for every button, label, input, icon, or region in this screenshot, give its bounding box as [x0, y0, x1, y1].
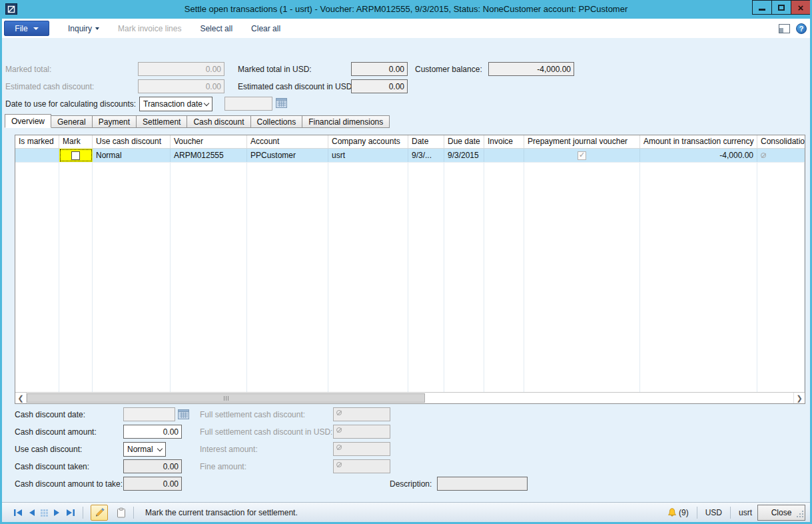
col-consolidation[interactable]: Consolidatio	[757, 135, 805, 148]
cell-amount-transaction-currency[interactable]: -4,000.00	[640, 149, 757, 162]
edit-record-button[interactable]	[91, 505, 108, 521]
window-title: Settle open transactions (1 - usrt) - Vo…	[0, 0, 812, 19]
full-settlement-label: Full settlement cash discount:	[200, 410, 305, 419]
help-icon[interactable]: ?	[796, 23, 807, 34]
last-record-button[interactable]	[66, 509, 75, 517]
tab-financial-dimensions[interactable]: Financial dimensions	[302, 115, 390, 128]
notifications-bell-icon[interactable]	[667, 507, 677, 518]
cash-discount-taken-label: Cash discount taken:	[15, 462, 89, 471]
separator	[83, 507, 83, 519]
next-record-button[interactable]	[53, 509, 61, 517]
estimated-cash-discount-usd-field: 0.00	[351, 79, 408, 93]
tab-strip: Overview General Payment Settlement Cash…	[5, 114, 390, 128]
col-is-marked[interactable]: Is marked	[15, 135, 59, 148]
company-indicator[interactable]: usrt	[739, 508, 752, 517]
tab-general[interactable]: General	[51, 115, 93, 128]
cell-company-accounts[interactable]: usrt	[328, 149, 408, 162]
minimize-icon	[759, 9, 765, 11]
fine-amount-label: Fine amount:	[200, 462, 246, 471]
customer-balance-field: -4,000.00	[488, 62, 574, 76]
title-bar: Settle open transactions (1 - usrt) - Vo…	[0, 0, 812, 19]
settle-open-transactions-window: Settle open transactions (1 - usrt) - Vo…	[0, 0, 812, 524]
full-settlement-field	[333, 407, 390, 421]
mark-checkbox[interactable]	[71, 151, 80, 160]
estimated-cash-discount-field: 0.00	[138, 79, 224, 93]
col-account[interactable]: Account	[247, 135, 328, 148]
tab-settlement[interactable]: Settlement	[136, 115, 187, 128]
col-voucher[interactable]: Voucher	[171, 135, 247, 148]
chevron-down-icon	[157, 445, 163, 451]
tab-collections[interactable]: Collections	[250, 115, 303, 128]
menu-clear-all[interactable]: Clear all	[251, 24, 280, 33]
cell-prepayment-journal-voucher: ✓	[524, 149, 640, 162]
full-settlement-usd-label: Full settlement cash discount in USD:	[200, 427, 332, 437]
discount-date-input[interactable]	[224, 97, 272, 111]
not-available-icon	[336, 410, 342, 415]
hscroll-right-button[interactable]: ❯	[793, 393, 805, 403]
marked-total-usd-field: 0.00	[351, 62, 408, 76]
cell-date[interactable]: 9/3/...	[408, 149, 444, 162]
chevron-down-icon	[204, 100, 209, 105]
transaction-row[interactable]: Normal ARPM012555 PPCustomer usrt 9/3/..…	[15, 149, 805, 163]
status-bar: Mark the current transaction for settlem…	[0, 502, 812, 522]
paste-icon[interactable]	[117, 507, 126, 518]
interest-amount-field	[333, 442, 390, 456]
cash-discount-date-field	[123, 407, 175, 421]
menu-select-all[interactable]: Select all	[200, 24, 232, 33]
marked-total-usd-label: Marked total in USD:	[238, 65, 312, 74]
transactions-grid: Is marked Mark Use cash discount Voucher…	[15, 135, 805, 404]
hscroll-left-button[interactable]: ❮	[15, 393, 27, 403]
calendar-icon[interactable]	[178, 409, 189, 419]
tab-payment[interactable]: Payment	[92, 115, 137, 128]
description-field	[437, 477, 528, 491]
cell-use-cash-discount[interactable]: Normal	[93, 149, 171, 162]
cell-due-date[interactable]: 9/3/2015	[444, 149, 484, 162]
col-invoice[interactable]: Invoice	[484, 135, 524, 148]
interest-amount-label: Interest amount:	[200, 445, 258, 454]
calendar-icon[interactable]	[276, 97, 287, 108]
close-window-button[interactable]: ×	[791, 0, 811, 15]
col-use-cash-discount[interactable]: Use cash discount	[93, 135, 171, 148]
tab-overview[interactable]: Overview	[5, 114, 51, 128]
horizontal-scrollbar: ❮ ❯	[15, 392, 805, 403]
close-icon: ×	[798, 3, 804, 13]
date-to-use-selected-value: Transaction date	[143, 99, 203, 109]
previous-record-button[interactable]	[27, 509, 35, 517]
date-to-use-select[interactable]: Transaction date	[139, 97, 212, 111]
col-company-accounts[interactable]: Company accounts	[328, 135, 408, 148]
not-available-icon	[336, 462, 342, 467]
prepayment-checkbox: ✓	[578, 151, 586, 160]
file-menu-button[interactable]: File	[4, 21, 49, 36]
tab-cash-discount[interactable]: Cash discount	[187, 115, 250, 128]
cell-invoice[interactable]	[484, 149, 524, 162]
maximize-button[interactable]	[771, 0, 791, 15]
menu-inquiry[interactable]: Inquiry	[68, 24, 99, 33]
minimize-button[interactable]	[752, 0, 772, 15]
col-date[interactable]: Date	[408, 135, 444, 148]
use-cash-discount-label: Use cash discount:	[15, 445, 82, 454]
layout-panes-icon[interactable]	[779, 24, 790, 33]
app-icon[interactable]	[5, 3, 17, 15]
col-amount-transaction-currency[interactable]: Amount in transaction currency	[640, 135, 757, 148]
cell-mark[interactable]	[59, 149, 93, 162]
grid-header-row: Is marked Mark Use cash discount Voucher…	[15, 135, 805, 149]
cell-account[interactable]: PPCustomer	[247, 149, 328, 162]
cell-is-marked[interactable]	[15, 149, 59, 162]
first-record-button[interactable]	[13, 509, 23, 517]
cash-discount-amount-field[interactable]: 0.00	[123, 425, 182, 439]
col-due-date[interactable]: Due date	[444, 135, 484, 148]
cell-voucher[interactable]: ARPM012555	[171, 149, 247, 162]
col-mark[interactable]: Mark	[59, 135, 93, 148]
status-message: Mark the current transaction for settlem…	[145, 508, 298, 517]
cash-discount-amount-label: Cash discount amount:	[15, 427, 97, 437]
use-cash-discount-select[interactable]: Normal	[123, 442, 166, 457]
grid-view-button	[40, 509, 49, 517]
hscroll-thumb[interactable]	[27, 393, 425, 403]
estimated-cash-discount-usd-label: Estimated cash discount in USD:	[238, 82, 354, 91]
col-prepayment-journal-voucher[interactable]: Prepayment journal voucher	[524, 135, 640, 148]
customer-balance-label: Customer balance:	[415, 65, 482, 74]
cash-discount-date-label: Cash discount date:	[15, 410, 85, 419]
resize-grip[interactable]	[797, 508, 804, 520]
file-menu-label: File	[15, 24, 27, 33]
menu-inquiry-label: Inquiry	[68, 24, 92, 33]
